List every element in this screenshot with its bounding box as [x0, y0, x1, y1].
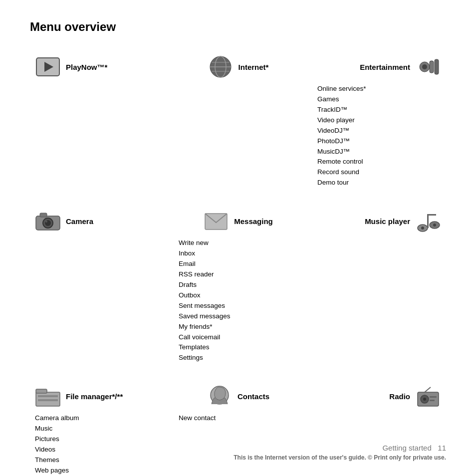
section-entertainment: Entertainment Online services* Games Tra…: [307, 49, 446, 203]
contacts-icon: [207, 383, 233, 409]
messaging-icon: [203, 208, 229, 234]
camera-header: Camera: [35, 208, 164, 234]
section-camera: Camera: [30, 203, 169, 378]
page: Menu overview PlayNow™*: [0, 0, 476, 476]
playnow-title: PlayNow™*: [66, 63, 107, 71]
svg-rect-19: [427, 214, 429, 228]
svg-rect-26: [38, 399, 58, 401]
radio-header: Radio: [312, 383, 441, 409]
footer-note: This is the Internet version of the user…: [234, 454, 446, 461]
list-item: New contact: [179, 413, 302, 424]
list-item: Record sound: [317, 167, 441, 178]
section-radio: Radio: [307, 378, 446, 476]
svg-point-21: [421, 227, 424, 230]
playnow-header: PlayNow™*: [35, 54, 164, 80]
contacts-header: Contacts: [174, 383, 302, 409]
svg-point-8: [422, 64, 427, 69]
list-item: Video player: [317, 115, 441, 126]
music-player-icon: [415, 208, 441, 234]
list-item: Saved messages: [179, 311, 302, 322]
list-item: Call voicemail: [179, 332, 302, 343]
section-music-player: Music player: [307, 203, 446, 378]
list-item: Pictures: [35, 434, 164, 445]
svg-rect-9: [430, 61, 434, 73]
list-item: Online services*: [317, 84, 441, 94]
list-item: Write new: [179, 238, 302, 248]
list-item: Settings: [179, 353, 302, 363]
radio-title: Radio: [389, 392, 410, 401]
list-item: Outbox: [179, 290, 302, 301]
svg-rect-24: [36, 389, 47, 393]
entertainment-icon: [415, 54, 441, 80]
section-contacts: Contacts New contact: [169, 378, 307, 476]
section-file-manager: File manager*/** Camera album Music Pict…: [30, 378, 169, 476]
messaging-title: Messaging: [234, 217, 273, 226]
list-item: Demo tour: [317, 178, 441, 188]
svg-point-22: [433, 224, 436, 227]
list-item: Music: [35, 424, 164, 434]
svg-rect-20: [427, 214, 436, 216]
list-item: Email: [179, 259, 302, 269]
svg-rect-12: [40, 213, 47, 217]
radio-icon: [415, 383, 441, 409]
entertainment-title: Entertainment: [360, 63, 410, 71]
list-item: Games: [317, 94, 441, 105]
camera-icon: [35, 208, 61, 234]
list-item: VideoDJ™: [317, 126, 441, 136]
messaging-header: Messaging: [174, 208, 302, 234]
playnow-icon: [35, 54, 61, 80]
entertainment-subitems: Online services* Games TrackID™ Video pl…: [312, 84, 441, 188]
music-player-title: Music player: [365, 217, 410, 226]
list-item: RSS reader: [179, 269, 302, 280]
list-item: MusicDJ™: [317, 147, 441, 157]
music-player-header: Music player: [312, 208, 441, 234]
section-messaging: Messaging Write new Inbox Email RSS read…: [169, 203, 307, 378]
list-item: Camera album: [35, 413, 164, 424]
internet-header: Internet*: [174, 54, 302, 80]
file-manager-icon: [35, 383, 61, 409]
svg-point-15: [45, 221, 47, 223]
list-item: TrackID™: [317, 105, 441, 115]
page-title: Menu overview: [30, 20, 446, 34]
messaging-subitems: Write new Inbox Email RSS reader Drafts …: [174, 238, 302, 363]
list-item: PhotoDJ™: [317, 136, 441, 147]
file-manager-subitems: Camera album Music Pictures Videos Theme…: [35, 413, 164, 476]
list-item: Remote control: [317, 157, 441, 167]
entertainment-header: Entertainment: [312, 54, 441, 80]
list-item: Web pages: [35, 466, 164, 476]
svg-rect-31: [430, 396, 437, 398]
svg-rect-10: [435, 59, 439, 74]
svg-rect-32: [430, 400, 435, 401]
list-item: Inbox: [179, 248, 302, 259]
list-item: My friends*: [179, 322, 302, 332]
svg-point-30: [423, 398, 426, 401]
svg-rect-25: [38, 395, 58, 397]
contacts-subitems: New contact: [174, 413, 302, 424]
list-item: Drafts: [179, 280, 302, 290]
contacts-title: Contacts: [238, 392, 269, 401]
internet-icon: [208, 54, 234, 80]
file-manager-header: File manager*/**: [35, 383, 164, 409]
menu-grid: PlayNow™* Internet* Entertain: [30, 49, 446, 476]
footer: Getting started 11 This is the Internet …: [234, 444, 446, 461]
section-playnow: PlayNow™*: [30, 49, 169, 203]
file-manager-title: File manager*/**: [66, 392, 123, 401]
footer-section-page: Getting started 11: [234, 444, 446, 452]
camera-title: Camera: [66, 217, 93, 226]
list-item: Templates: [179, 342, 302, 353]
list-item: Sent messages: [179, 301, 302, 311]
footer-page-number: 11: [438, 444, 446, 452]
section-internet: Internet*: [169, 49, 307, 203]
svg-line-33: [425, 387, 431, 392]
footer-section-label: Getting started: [382, 444, 431, 452]
list-item: Videos: [35, 445, 164, 455]
internet-title: Internet*: [238, 63, 269, 71]
list-item: Themes: [35, 455, 164, 466]
